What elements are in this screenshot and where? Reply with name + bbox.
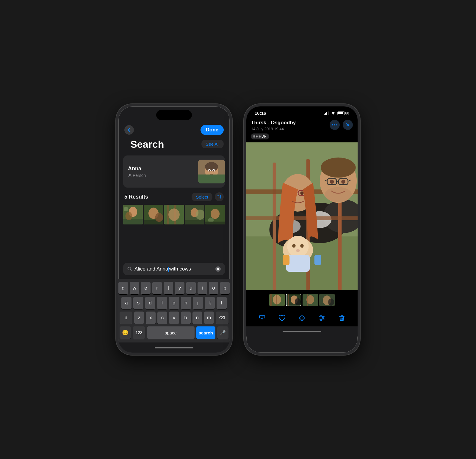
see-all-button[interactable]: See All [201,140,224,148]
keyboard-row-2: a s d f g h j k l [120,297,228,309]
hdr-badge: HDR [251,133,269,139]
more-options-button[interactable] [330,120,340,130]
share-icon [259,315,266,322]
key-emoji[interactable]: 😊 [120,326,131,339]
top-nav: Done [118,122,230,139]
key-r[interactable]: r [152,282,162,294]
photo-thumb-4[interactable] [185,205,204,224]
signal-icon [324,111,329,115]
key-d[interactable]: d [145,297,155,309]
key-x[interactable]: x [146,312,156,324]
svg-rect-36 [325,113,326,115]
favorite-button[interactable] [275,312,289,325]
phone2-content: 16:16 [246,106,358,337]
thumb-item-4[interactable] [319,294,335,306]
svg-point-28 [211,209,220,219]
key-o[interactable]: o [209,282,218,294]
key-w[interactable]: w [130,282,139,294]
home-indicator-2 [283,331,321,332]
heart-icon [278,315,286,322]
photo-header: Thirsk - Osgoodby 14 July 2019 19:44 HDR [246,117,358,142]
key-backspace[interactable]: ⌫ [216,312,228,324]
key-n[interactable]: n [192,312,202,324]
person-photo-inner [198,160,225,183]
key-m[interactable]: m [204,312,214,324]
key-s[interactable]: s [133,297,143,309]
svg-point-44 [336,124,337,125]
svg-rect-88 [270,294,272,306]
keyboard-row-bottom: 😊 123 space search 🎤 [120,326,228,339]
svg-point-14 [124,207,128,211]
bottom-toolbar [246,309,358,326]
key-h[interactable]: h [181,297,191,309]
main-photo[interactable] [246,142,358,290]
key-l[interactable]: l [217,297,227,309]
key-mic[interactable]: 🎤 [217,326,228,339]
thumb-item-2[interactable] [286,294,301,306]
key-space[interactable]: space [147,326,195,339]
key-c[interactable]: c [157,312,167,324]
photo-thumb-5[interactable] [205,205,225,224]
photo-thumb-2[interactable] [144,205,163,224]
key-e[interactable]: e [141,282,151,294]
key-b[interactable]: b [181,312,191,324]
search-text-before: Alice and Anna [134,266,168,272]
sort-button[interactable] [215,192,224,201]
svg-point-106 [322,317,323,319]
key-u[interactable]: u [186,282,196,294]
key-search[interactable]: search [196,326,215,339]
person-card[interactable]: Anna Person [123,155,225,188]
key-k[interactable]: k [205,297,215,309]
photo-thumb-1[interactable] [123,205,143,224]
search-title-row: Search See All [118,139,230,155]
svg-point-22 [168,208,180,221]
magic-icon [298,315,306,322]
delete-button[interactable] [335,312,348,325]
svg-rect-37 [326,112,327,115]
select-button[interactable]: Select [192,193,212,201]
search-input-text[interactable]: Alice and Annawith cows [134,266,213,272]
svg-rect-93 [288,294,289,306]
photo-date: 14 July 2019 19:44 [251,127,296,131]
photo-main-title: Thirsk - Osgoodby [251,120,296,126]
key-j[interactable]: j [193,297,203,309]
key-123[interactable]: 123 [133,326,145,339]
results-actions: Select [192,192,224,201]
key-q[interactable]: q [118,282,128,294]
key-z[interactable]: z [134,312,144,324]
person-photo [198,160,225,183]
results-count: 5 Results [124,194,148,200]
key-a[interactable]: a [121,297,131,309]
phone-1: Done Search See All Anna Person [116,104,232,355]
key-v[interactable]: v [169,312,179,324]
svg-rect-12 [123,219,143,224]
home-bar-phone1 [118,342,230,353]
thumb-item-1[interactable] [269,294,285,306]
key-shift[interactable]: ⇧ [120,312,132,324]
photo-grid [118,205,230,224]
key-g[interactable]: g [169,297,179,309]
photo-thumb-3[interactable] [164,205,184,224]
done-button[interactable]: Done [201,125,224,135]
key-f[interactable]: f [157,297,167,309]
more-icon [332,124,337,125]
key-i[interactable]: i [198,282,207,294]
key-t[interactable]: t [164,282,173,294]
adjust-button[interactable] [315,312,328,325]
share-button[interactable] [256,312,269,325]
key-p[interactable]: p [220,282,230,294]
key-y[interactable]: y [175,282,184,294]
svg-point-42 [332,124,333,125]
person-info: Anna Person [128,166,146,178]
wifi-icon [331,111,336,115]
svg-point-99 [328,298,334,306]
magic-button[interactable] [295,312,309,325]
adjust-icon [318,315,325,322]
close-button[interactable] [343,120,353,130]
search-clear-button[interactable] [215,266,221,272]
thumb-item-3[interactable] [303,294,318,306]
dynamic-island [156,110,192,120]
svg-rect-35 [324,114,325,115]
back-button[interactable] [124,125,134,135]
svg-rect-26 [185,220,204,224]
